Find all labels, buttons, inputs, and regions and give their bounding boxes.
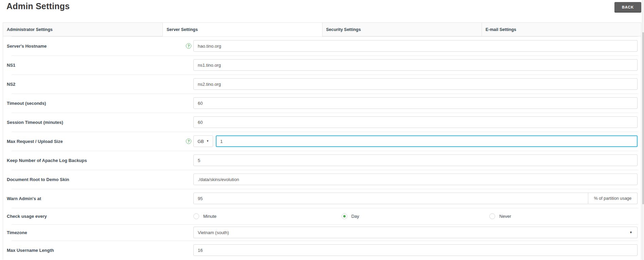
max-request-upload-size-input[interactable] xyxy=(216,135,638,147)
upload-size-unit-value: GB xyxy=(197,139,204,144)
warn-admins-at-label: Warn Admin's at xyxy=(7,196,41,201)
help-icon[interactable]: ? xyxy=(186,43,191,49)
row-check-usage-every: Check usage every Minute Day Never xyxy=(3,208,641,224)
ns2-input[interactable] xyxy=(193,78,638,90)
partition-usage-addon: % of partition usage xyxy=(588,193,638,204)
vertical-scrollbar[interactable] xyxy=(642,0,644,260)
upload-size-unit-select[interactable]: GB ▼ xyxy=(193,135,213,147)
scrollbar-thumb[interactable] xyxy=(642,32,644,204)
timezone-selected-value: Vietnam (south) xyxy=(198,230,229,235)
demo-skin-document-root-input[interactable] xyxy=(193,174,638,185)
row-apache-log-backups: Keep Number of Apache Log Backups xyxy=(3,151,641,170)
radio-day[interactable]: Day xyxy=(342,213,490,219)
settings-panel: Administrator Settings Server Settings S… xyxy=(3,22,641,260)
warn-admins-at-input[interactable] xyxy=(193,193,588,204)
timeout-seconds-input[interactable] xyxy=(193,97,638,109)
session-timeout-input[interactable] xyxy=(193,116,638,128)
row-warn-admins-at: Warn Admin's at % of partition usage xyxy=(3,189,641,208)
admin-settings-page: Admin Settings BACK Administrator Settin… xyxy=(0,0,644,260)
radio-icon[interactable] xyxy=(489,213,495,219)
radio-icon[interactable] xyxy=(342,213,347,219)
tab-server-settings[interactable]: Server Settings xyxy=(162,23,322,36)
timeout-seconds-label: Timeout (seconds) xyxy=(7,101,46,106)
radio-minute[interactable]: Minute xyxy=(193,213,342,219)
row-session-timeout: Session Timeout (minutes) xyxy=(3,113,641,132)
apache-log-backups-label: Keep Number of Apache Log Backups xyxy=(7,158,87,163)
max-username-length-label: Max Username Length xyxy=(7,248,54,253)
help-icon[interactable]: ? xyxy=(186,139,191,144)
page-title: Admin Settings xyxy=(6,1,70,11)
settings-tabbar: Administrator Settings Server Settings S… xyxy=(3,22,641,36)
check-usage-every-label: Check usage every xyxy=(7,214,47,219)
row-ns1: NS1 xyxy=(3,55,641,75)
row-ns2: NS2 xyxy=(3,75,641,94)
max-request-upload-size-label: Max Request / Upload Size xyxy=(7,139,63,144)
ns1-label: NS1 xyxy=(7,63,15,68)
tab-security-settings[interactable]: Security Settings xyxy=(322,23,482,36)
row-max-request-upload-size: Max Request / Upload Size ? GB ▼ xyxy=(3,132,641,151)
radio-icon[interactable] xyxy=(193,213,199,219)
row-demo-skin-document-root: Document Root to Demo Skin xyxy=(3,170,641,189)
ns2-label: NS2 xyxy=(7,82,15,87)
servers-hostname-label: Server's Hostname xyxy=(7,44,47,49)
radio-never[interactable]: Never xyxy=(489,213,638,219)
timezone-label: Timezone xyxy=(7,230,27,235)
row-servers-hostname: Server's Hostname ? xyxy=(3,36,641,55)
caret-down-icon: ▼ xyxy=(629,231,632,234)
ns1-input[interactable] xyxy=(193,59,638,71)
row-timezone: Timezone Vietnam (south) ▼ xyxy=(3,224,641,241)
check-usage-options: Minute Day Never xyxy=(193,213,638,219)
demo-skin-document-root-label: Document Root to Demo Skin xyxy=(7,177,69,182)
session-timeout-label: Session Timeout (minutes) xyxy=(7,120,63,125)
page-header: Admin Settings BACK xyxy=(0,0,644,22)
servers-hostname-input[interactable] xyxy=(193,40,638,52)
max-username-length-input[interactable] xyxy=(193,244,638,256)
row-timeout-seconds: Timeout (seconds) xyxy=(3,94,641,113)
row-max-username-length: Max Username Length xyxy=(3,241,641,260)
timezone-select[interactable]: Vietnam (south) ▼ xyxy=(193,227,638,238)
back-button[interactable]: BACK xyxy=(614,2,641,13)
tab-administrator-settings[interactable]: Administrator Settings xyxy=(3,23,162,36)
tab-email-settings[interactable]: E-mail Settings xyxy=(482,23,641,36)
caret-down-icon: ▼ xyxy=(206,140,209,143)
apache-log-backups-input[interactable] xyxy=(193,155,638,166)
